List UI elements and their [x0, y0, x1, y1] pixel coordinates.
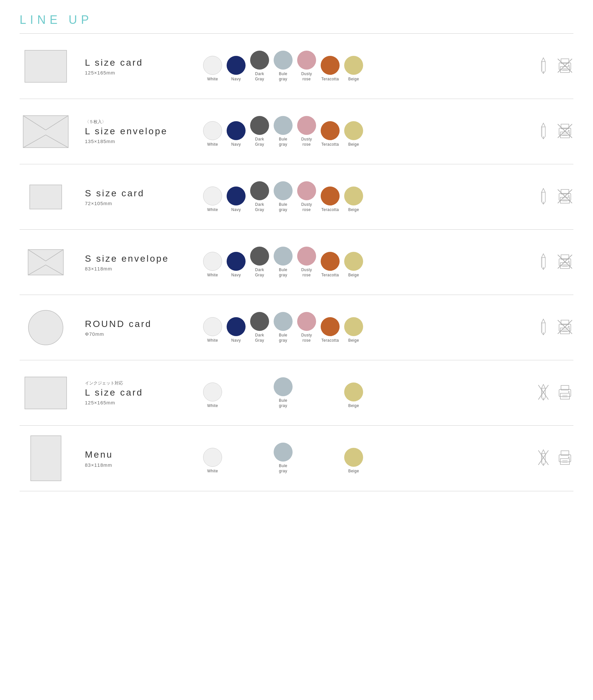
color-item-inkjet-l-card-4: [296, 389, 317, 408]
color-circle-round-card-6: [344, 317, 363, 336]
svg-rect-18: [560, 132, 569, 138]
color-item-l-card-3: Bule gray: [273, 51, 293, 82]
product-image-s-card: [19, 185, 72, 209]
color-circle-l-card-0: [203, 56, 222, 75]
pen-icon-menu: [537, 449, 550, 467]
pen-icon-s-envelope: [537, 253, 550, 271]
color-item-inkjet-l-card-0: White: [202, 383, 223, 409]
svg-point-7: [568, 65, 569, 66]
svg-rect-52: [560, 328, 569, 334]
color-circle-s-card-2: [250, 181, 269, 200]
product-name-s-card: S size card: [85, 188, 189, 199]
colors-col-s-envelope: WhiteNavyDark GrayBule grayDusty roseTer…: [202, 247, 508, 278]
color-label-l-card-0: White: [207, 77, 218, 82]
color-item-s-envelope-6: Beige: [344, 252, 364, 278]
icons-col-inkjet-l-card: [521, 384, 574, 402]
color-label-round-card-5: Teracotta: [321, 338, 339, 343]
color-circle-menu-0: [203, 448, 222, 467]
icons-col-l-envelope: [521, 122, 574, 141]
color-label-s-envelope-3: Bule gray: [279, 268, 287, 278]
color-circle-s-card-5: [321, 187, 340, 205]
color-circle-s-envelope-6: [344, 252, 363, 271]
color-item-l-envelope-0: White: [202, 121, 223, 147]
color-label-s-card-1: Navy: [231, 207, 241, 212]
color-item-s-card-1: Navy: [226, 187, 246, 212]
icons-col-s-envelope: [521, 253, 574, 271]
color-item-round-card-6: Beige: [344, 317, 364, 343]
svg-rect-0: [25, 50, 67, 82]
color-item-round-card-2: Dark Gray: [249, 312, 270, 343]
color-label-s-card-6: Beige: [348, 207, 359, 212]
color-label-l-envelope-4: Dusty rose: [301, 137, 312, 147]
product-name-round-card: ROUND card: [85, 318, 189, 330]
color-item-round-card-4: Dusty rose: [296, 312, 317, 343]
color-circle-l-envelope-6: [344, 121, 363, 140]
icons-col-s-card: [521, 188, 574, 206]
product-image-l-envelope: [19, 115, 72, 148]
color-item-l-envelope-2: Dark Gray: [249, 116, 270, 147]
svg-rect-28: [560, 197, 569, 203]
color-label-l-card-5: Teracotta: [321, 77, 339, 82]
color-item-round-card-0: White: [202, 317, 223, 343]
color-circle-s-card-4: [297, 181, 316, 200]
pen-icon-inkjet-l-card: [537, 384, 550, 402]
printer-icon-inkjet-l-card: [556, 385, 574, 401]
product-name-col-s-envelope: S size envelope83×118mm: [85, 253, 189, 271]
color-item-s-card-4: Dusty rose: [296, 181, 317, 212]
color-label-s-envelope-6: Beige: [348, 273, 359, 278]
color-circle-round-card-4: [297, 312, 316, 331]
color-item-s-envelope-2: Dark Gray: [249, 247, 270, 278]
color-item-s-envelope-1: Navy: [226, 252, 246, 278]
color-label-l-card-3: Bule gray: [279, 72, 287, 82]
product-row-inkjet-l-card: インクジェット対応L size card125×165mmWhiteBule g…: [19, 360, 574, 426]
icons-col-menu: [521, 449, 574, 467]
colors-col-s-card: WhiteNavyDark GrayBule grayDusty roseTer…: [202, 181, 508, 212]
color-item-l-card-4: Dusty rose: [296, 51, 317, 82]
svg-rect-64: [560, 393, 569, 399]
product-image-inkjet-l-card: [19, 377, 72, 409]
pen-icon-l-card: [537, 57, 550, 75]
color-label-round-card-1: Navy: [231, 338, 241, 343]
svg-point-45: [568, 261, 569, 262]
color-item-s-envelope-3: Bule gray: [273, 247, 293, 278]
svg-point-55: [568, 326, 569, 327]
pen-icon-round-card: [537, 318, 550, 337]
color-circle-round-card-2: [250, 312, 269, 331]
product-size-menu: 83×118mm: [85, 462, 189, 468]
svg-rect-58: [25, 377, 67, 409]
color-label-l-envelope-6: Beige: [348, 142, 359, 147]
product-subtitle-l-envelope: 〈５枚入〉: [85, 119, 189, 125]
color-circle-s-card-3: [274, 181, 292, 200]
color-circle-menu-6: [344, 448, 363, 467]
icons-col-round-card: [521, 318, 574, 337]
color-circle-l-envelope-3: [274, 116, 292, 135]
color-item-round-card-3: Bule gray: [273, 312, 293, 343]
color-item-l-card-0: White: [202, 56, 223, 82]
color-label-l-envelope-3: Bule gray: [279, 137, 287, 147]
product-row-menu: Menu83×118mmWhiteBule grayBeige: [19, 426, 574, 491]
color-item-l-envelope-4: Dusty rose: [296, 116, 317, 147]
color-label-l-card-4: Dusty rose: [301, 72, 312, 82]
color-item-menu-1: [226, 455, 246, 474]
svg-rect-34: [28, 249, 63, 275]
color-label-inkjet-l-card-0: White: [207, 403, 218, 409]
color-label-round-card-4: Dusty rose: [301, 333, 312, 343]
svg-rect-26: [559, 193, 571, 201]
color-label-l-card-6: Beige: [348, 77, 359, 82]
color-label-s-card-2: Dark Gray: [255, 202, 264, 212]
color-label-menu-0: White: [207, 469, 218, 474]
color-label-s-card-4: Dusty rose: [301, 202, 312, 212]
color-label-s-envelope-0: White: [207, 273, 218, 278]
printer-icon-menu: [556, 450, 574, 466]
product-name-col-round-card: ROUND cardΦ70mm: [85, 318, 189, 337]
color-label-inkjet-l-card-6: Beige: [348, 403, 359, 409]
color-item-l-envelope-1: Navy: [226, 121, 246, 147]
svg-rect-74: [560, 459, 569, 465]
colors-col-round-card: WhiteNavyDark GrayBule grayDusty roseTer…: [202, 312, 508, 343]
color-circle-l-card-5: [321, 56, 340, 75]
color-circle-l-card-1: [227, 56, 245, 75]
svg-point-77: [568, 457, 569, 458]
color-label-l-card-2: Dark Gray: [255, 72, 264, 82]
color-circle-l-card-2: [250, 51, 269, 70]
product-image-l-card: [19, 50, 72, 83]
